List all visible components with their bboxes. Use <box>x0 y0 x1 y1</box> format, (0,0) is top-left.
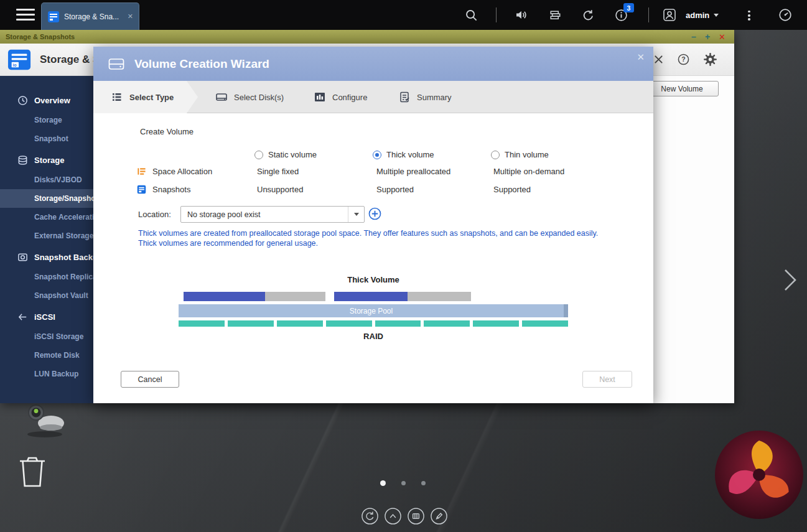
background-tasks-icon[interactable] <box>578 0 598 30</box>
page-dot-1[interactable] <box>380 480 386 486</box>
scroll-top-icon[interactable] <box>384 507 402 525</box>
location-value: No storage pool exist <box>181 210 348 219</box>
iscsi-icon <box>17 312 28 322</box>
step-label: Select Disk(s) <box>234 93 284 102</box>
wizard-header: Volume Creation Wizard ✕ <box>93 47 653 81</box>
volume-creation-wizard-dialog: Volume Creation Wizard ✕ Select Type Sel… <box>93 47 653 403</box>
new-volume-button[interactable]: New Volume <box>645 81 719 96</box>
sidebar-label: Remote Disk <box>34 351 80 360</box>
sidebar-label: Snapshot Vault <box>34 291 88 300</box>
thin-snapshots: Supported <box>493 185 531 195</box>
space-allocation-row-label: Space Allocation <box>137 167 212 176</box>
step-select-disks[interactable]: Select Disk(s) <box>215 81 284 113</box>
raid-disk-segment <box>326 320 372 327</box>
raid-disk-segment <box>522 320 568 327</box>
help-icon[interactable]: ? <box>677 53 690 66</box>
storage-stack-icon[interactable] <box>545 0 565 30</box>
tab-close-icon[interactable]: ✕ <box>128 12 133 21</box>
radio-thick-volume[interactable]: Thick volume <box>373 150 434 159</box>
list-icon <box>111 91 123 103</box>
sidebar-label: Snapshot <box>34 134 68 143</box>
app-tab-storage-snapshots[interactable]: Storage & Sna... ✕ <box>41 2 139 30</box>
location-select[interactable]: No storage pool exist <box>180 206 365 223</box>
snapshots-icon <box>137 185 146 194</box>
step-configure[interactable]: Configure <box>314 81 367 113</box>
select-arrow-box[interactable] <box>348 207 364 222</box>
step-label: Configure <box>332 93 367 102</box>
sidebar-label: iSCSI <box>34 312 55 322</box>
storage-pool-label: Storage Pool <box>350 307 393 315</box>
recycle-bin-icon[interactable] <box>16 453 49 492</box>
radio-icon[interactable] <box>491 151 500 159</box>
snapshots-row-label: Snapshots <box>137 185 190 194</box>
overview-icon <box>17 95 28 106</box>
wizard-close-icon[interactable]: ✕ <box>637 52 645 63</box>
thick-snapshots: Supported <box>376 185 414 195</box>
feedback-pen-icon[interactable] <box>430 507 448 525</box>
user-menu[interactable]: admin <box>686 0 719 30</box>
volume-icon[interactable] <box>511 0 531 30</box>
raid-disk-row <box>179 320 568 327</box>
dashboard-gauge-icon[interactable] <box>775 0 795 30</box>
user-name: admin <box>686 11 709 20</box>
more-options-icon[interactable] <box>748 9 750 22</box>
desktop-dock <box>361 507 448 525</box>
radio-icon[interactable] <box>254 151 263 159</box>
cancel-button[interactable]: Cancel <box>121 371 179 388</box>
step-label: Summary <box>417 93 452 102</box>
maximize-icon[interactable]: + <box>705 32 710 42</box>
desktop-page-dots <box>380 480 426 486</box>
radio-label: Thin volume <box>505 150 549 159</box>
add-storage-pool-button[interactable] <box>368 207 381 220</box>
window-titlebar[interactable]: Storage & Snapshots – + ✕ <box>0 30 734 44</box>
sidebar-label: Storage <box>34 116 62 124</box>
recent-apps-icon[interactable] <box>361 507 379 525</box>
space-allocation-icon <box>137 167 146 176</box>
location-label: Location: <box>138 210 171 219</box>
storage-snapshots-app-icon-large: io <box>7 48 31 72</box>
configure-icon <box>314 91 326 103</box>
minimize-icon[interactable]: – <box>691 32 696 42</box>
page-dot-2[interactable] <box>401 481 406 485</box>
raid-disk-segment <box>228 320 274 327</box>
row-label: Snapshots <box>152 185 190 194</box>
qnap-logo <box>714 429 805 520</box>
tools-icon[interactable] <box>653 54 665 65</box>
user-icon[interactable] <box>660 0 679 30</box>
sidebar-label: iSCSI Storage <box>34 332 83 341</box>
main-menu-button[interactable] <box>16 9 35 22</box>
storage-icon <box>17 155 28 166</box>
radio-thin-volume[interactable]: Thin volume <box>491 150 549 159</box>
diagram-raid-label: RAID <box>93 332 653 341</box>
radio-label: Thick volume <box>386 150 434 159</box>
raid-disk-segment <box>473 320 519 327</box>
sidebar-label: Snapshot Backup <box>34 253 103 262</box>
wizard-step-bar: Select Type Select Disk(s) Configure Sum… <box>93 81 653 113</box>
sidebar-label: Disks/VJBOD <box>34 175 82 184</box>
step-select-type[interactable]: Select Type <box>93 81 198 113</box>
sidebar-label: External Storage <box>34 231 93 240</box>
chevron-down-icon <box>714 14 719 17</box>
volume-bar-used <box>184 292 265 301</box>
thin-space-allocation: Multiple on-demand <box>493 167 564 177</box>
next-desktop-chevron-icon[interactable] <box>781 268 799 295</box>
radio-static-volume[interactable]: Static volume <box>254 150 317 159</box>
gear-icon[interactable] <box>702 52 718 67</box>
step-summary[interactable]: Summary <box>398 81 452 113</box>
tab-label: Storage & Sna... <box>64 12 123 21</box>
volume-bar <box>184 292 325 301</box>
raid-disk-segment <box>375 320 421 327</box>
svg-text:?: ? <box>681 55 685 63</box>
close-icon[interactable]: ✕ <box>719 32 725 42</box>
sidebar-label: Storage/Snapshots <box>34 194 102 203</box>
qbot-mascot <box>21 401 68 441</box>
diagram-volume-label: Thick Volume <box>93 275 653 284</box>
window-switch-icon[interactable] <box>407 507 425 525</box>
sidebar-label: Storage <box>34 156 64 165</box>
topbar-divider <box>648 7 649 22</box>
radio-icon[interactable] <box>373 151 381 159</box>
page-dot-3[interactable] <box>421 481 426 485</box>
sidebar-label: LUN Backup <box>34 370 78 378</box>
search-icon[interactable] <box>460 0 482 30</box>
next-button[interactable]: Next <box>582 371 632 388</box>
